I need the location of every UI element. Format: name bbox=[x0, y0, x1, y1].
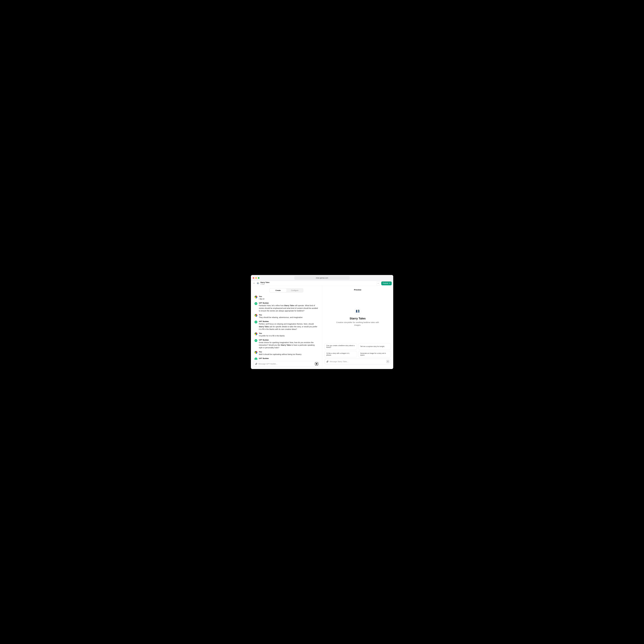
message-author: GPT Builder bbox=[259, 320, 318, 322]
message-text: Fantastic! Now, let's refine how Starry … bbox=[259, 304, 318, 312]
message-text: Well it should be captivating without be… bbox=[259, 353, 318, 356]
message-author: GPT Builder bbox=[259, 357, 318, 359]
stop-button[interactable] bbox=[315, 362, 318, 366]
message-author: You bbox=[259, 332, 318, 334]
message-row: You I'd prefer for it to fill in the bla… bbox=[255, 332, 318, 337]
user-avatar-icon bbox=[255, 332, 257, 335]
svg-point-2 bbox=[378, 283, 378, 283]
message-author: GPT Builder bbox=[259, 302, 318, 304]
chevron-down-icon bbox=[389, 283, 390, 284]
message-author: GPT Builder bbox=[259, 339, 318, 341]
message-text: I like it! bbox=[259, 298, 318, 300]
builder-avatar-icon bbox=[255, 302, 257, 305]
chevron-left-icon bbox=[253, 282, 255, 284]
send-button[interactable] bbox=[386, 360, 389, 363]
svg-point-10 bbox=[359, 311, 359, 311]
book-moon-stars-icon bbox=[355, 309, 360, 313]
builder-input[interactable] bbox=[259, 363, 314, 365]
url-text: chat.openai.com bbox=[316, 277, 328, 279]
preview-composer bbox=[324, 359, 391, 364]
svg-point-1 bbox=[378, 283, 378, 283]
conversation[interactable]: You I like it! GPT Builder Fantastic! No… bbox=[251, 294, 322, 360]
message-row: GPT Builder Fantastic! Now, let's refine… bbox=[255, 302, 318, 312]
message-author: You bbox=[259, 351, 318, 353]
more-menu-button[interactable] bbox=[376, 281, 380, 285]
suggestion-card[interactable]: I'd like a story with a dragon in it, pl… bbox=[324, 351, 357, 357]
svg-point-4 bbox=[255, 303, 256, 304]
message-author: You bbox=[259, 314, 318, 316]
preview-gpt-name: Starry Tales bbox=[350, 317, 366, 320]
text-bold: Starry Tales bbox=[281, 344, 291, 346]
paperclip-icon bbox=[255, 363, 257, 365]
text-span: Perfect, we'll focus on relaxing and ima… bbox=[259, 323, 314, 325]
mode-tabs: Create Configure bbox=[269, 288, 303, 293]
browser-chrome: chat.openai.com bbox=[251, 275, 393, 281]
message-row: You Well it should be captivating withou… bbox=[255, 351, 318, 356]
maximize-window-icon[interactable] bbox=[258, 277, 259, 279]
text-bold: Starry Tales bbox=[284, 304, 294, 307]
app-window: chat.openai.com Starry Tales Draft bbox=[251, 275, 393, 369]
suggestion-card[interactable]: Tell me a surprise story for tonight. bbox=[358, 343, 391, 350]
message-row: GPT Builder Updating GPT... bbox=[255, 357, 318, 360]
publish-button[interactable]: Publish bbox=[381, 281, 392, 285]
suggestion-grid: Can you create a bedtime story about a f… bbox=[322, 343, 393, 357]
message-row: GPT Builder Great choice for sparking im… bbox=[255, 339, 318, 349]
text-bold: Starry Tales bbox=[259, 326, 269, 328]
back-button[interactable] bbox=[252, 282, 256, 285]
user-avatar-icon bbox=[255, 351, 257, 354]
svg-point-5 bbox=[255, 322, 256, 323]
message-text: Perfect, we'll focus on relaxing and ima… bbox=[259, 323, 318, 331]
message-text: Great choice for sparking imagination! N… bbox=[259, 341, 318, 349]
book-moon-icon bbox=[257, 282, 259, 284]
builder-avatar-icon bbox=[255, 358, 257, 360]
attach-button[interactable] bbox=[326, 360, 329, 363]
builder-composer bbox=[253, 361, 320, 367]
publish-label: Publish bbox=[383, 282, 388, 284]
app-header: Starry Tales Draft Publish bbox=[251, 281, 393, 286]
attach-button[interactable] bbox=[255, 363, 257, 365]
paperclip-icon bbox=[326, 360, 329, 363]
suggestion-card[interactable]: Generate an image for a story set in spa… bbox=[358, 351, 391, 357]
builder-avatar-icon bbox=[255, 339, 257, 342]
user-avatar-icon bbox=[255, 314, 257, 317]
message-row: You I like it! bbox=[255, 295, 318, 300]
preview-input[interactable] bbox=[330, 361, 385, 363]
tab-create[interactable]: Create bbox=[270, 289, 286, 292]
gpt-status: Draft bbox=[260, 283, 270, 285]
preview-title: Preview bbox=[322, 286, 393, 291]
builder-avatar-icon bbox=[255, 321, 257, 323]
main-split: Create Configure You I like it! bbox=[251, 286, 393, 369]
text-span: Fantastic! Now, let's refine how bbox=[259, 304, 284, 307]
tab-configure[interactable]: Configure bbox=[286, 289, 303, 292]
status-label: Draft bbox=[262, 283, 265, 285]
stop-icon bbox=[316, 363, 317, 365]
status-dot-icon bbox=[260, 284, 261, 285]
message-row: GPT Builder Perfect, we'll focus on rela… bbox=[255, 320, 318, 331]
arrow-up-icon bbox=[387, 361, 389, 362]
message-author: You bbox=[259, 295, 318, 297]
gpt-title: Starry Tales bbox=[260, 282, 270, 283]
create-pane: Create Configure You I like it! bbox=[251, 286, 322, 369]
suggestion-card[interactable]: Can you create a bedtime story about a f… bbox=[324, 343, 357, 350]
svg-point-3 bbox=[379, 283, 379, 283]
message-text: They should be relaxing, adventurous, an… bbox=[259, 316, 318, 319]
gpt-logo bbox=[354, 308, 361, 315]
user-avatar-icon bbox=[255, 296, 257, 298]
minimize-window-icon[interactable] bbox=[255, 277, 257, 279]
close-window-icon[interactable] bbox=[253, 277, 254, 279]
svg-point-0 bbox=[258, 283, 259, 283]
ellipsis-icon bbox=[377, 282, 379, 284]
svg-point-6 bbox=[255, 340, 256, 341]
preview-gpt-desc: Creative storyteller for soothing bedtim… bbox=[334, 321, 381, 326]
message-text: I'd prefer for it to fill in the blanks bbox=[259, 334, 318, 337]
gpt-avatar-thumb bbox=[257, 282, 259, 285]
preview-pane: Preview Starry Tales Creative storytelle… bbox=[322, 286, 393, 369]
window-controls bbox=[253, 277, 259, 279]
url-bar[interactable]: chat.openai.com bbox=[294, 276, 350, 280]
svg-point-7 bbox=[255, 358, 256, 359]
message-row: You They should be relaxing, adventurous… bbox=[255, 314, 318, 319]
